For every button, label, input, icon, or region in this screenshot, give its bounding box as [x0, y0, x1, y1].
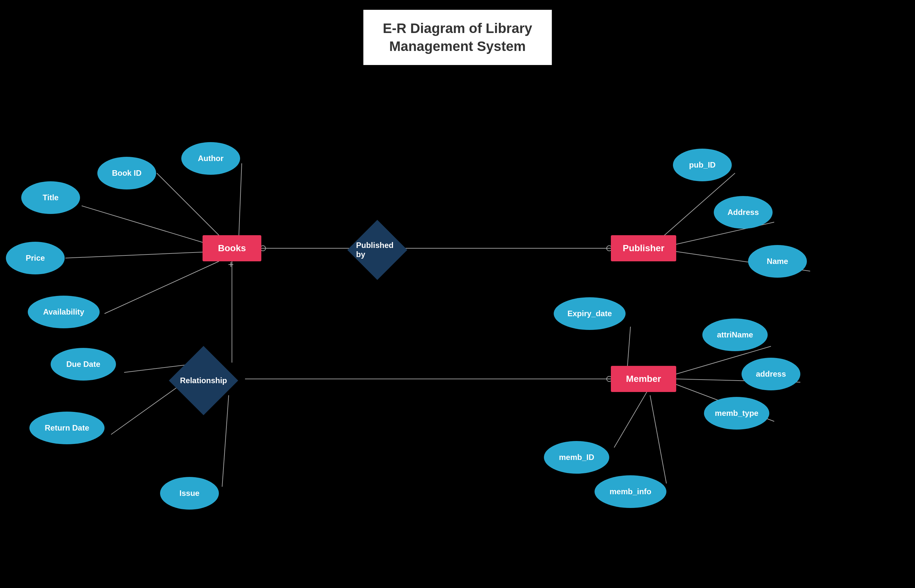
attribute-author: Author — [181, 142, 240, 175]
relationship-published-by-label: Published by — [356, 241, 399, 259]
attribute-price: Price — [6, 242, 65, 275]
svg-line-12 — [627, 327, 631, 369]
entity-member: Member — [611, 366, 676, 392]
attribute-expiry-date: Expiry_date — [554, 297, 626, 330]
svg-line-17 — [650, 395, 666, 483]
svg-line-2 — [82, 206, 222, 248]
entity-books: Books — [203, 235, 261, 261]
title-box: E-R Diagram of Library Management System — [363, 10, 552, 65]
svg-line-20 — [222, 395, 229, 487]
attribute-memb-id: memb_ID — [544, 441, 609, 474]
relationship-borrow-label: Relationship — [180, 376, 227, 385]
attribute-name-publisher: Name — [748, 245, 807, 278]
attribute-attriname: attriName — [702, 318, 768, 351]
entity-publisher: Publisher — [611, 235, 676, 261]
svg-line-4 — [105, 261, 219, 313]
attribute-pub-id: pub_ID — [673, 149, 732, 181]
attribute-availability: Availability — [28, 296, 100, 328]
svg-line-16 — [614, 392, 647, 447]
attribute-return-date: Return Date — [29, 412, 105, 444]
relationship-published-by: Published by — [347, 220, 407, 280]
attribute-address-member: address — [742, 358, 800, 390]
diagram-title: E-R Diagram of Library Management System — [383, 19, 532, 55]
attribute-address-publisher: Address — [714, 196, 773, 229]
relationship-borrow: Relationship — [169, 346, 238, 415]
attribute-memb-type: memb_type — [704, 397, 769, 430]
diagram-lines: + — [0, 0, 915, 588]
attribute-book-id: Book ID — [97, 157, 156, 189]
svg-line-3 — [65, 252, 216, 258]
attribute-memb-info: memb_info — [594, 475, 666, 508]
attribute-title: Title — [21, 181, 80, 214]
attribute-issue: Issue — [160, 477, 219, 510]
attribute-due-date: Due Date — [51, 348, 116, 381]
svg-line-1 — [239, 163, 242, 245]
